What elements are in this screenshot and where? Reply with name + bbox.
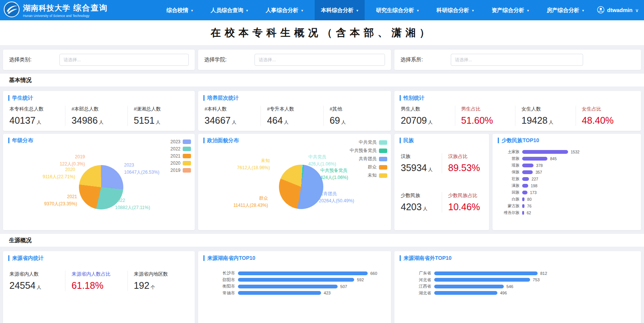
bar[interactable] [522,211,524,215]
bar[interactable] [522,157,547,161]
bar[interactable] [522,197,524,201]
university-name: 湖南科技大学 [23,3,70,13]
bar[interactable] [238,271,368,275]
stat-label: 男生人数 [401,106,455,112]
stat: 女生人数19428 人 [515,106,576,126]
bar[interactable] [522,150,568,154]
stat-value: 10.46% [448,202,484,212]
chevron-down-icon: ▼ [471,9,474,12]
card-title: 来源湖南省外TOP10 [400,255,636,261]
bar-value-label: 62 [527,211,531,215]
nav-item-housing-analysis[interactable]: 房产综合分析 ▼ [541,0,591,20]
grade-distribution-card: 年级分布 20232022202120202019 202310647人(26.… [3,134,195,230]
college-filter-card: 选择学院: 请选择... [198,50,391,70]
legend-item[interactable]: 2019 [170,168,191,173]
origin-row: 来源省内统计 来源省内人数24554 人来源省内人数占比61.18%来源省内地区… [3,251,641,323]
stat-value: 4203 人 [401,202,442,212]
bar[interactable] [434,285,504,288]
stat-label: 女生占比 [582,106,636,112]
legend-item[interactable]: 2022 [170,146,191,152]
bar[interactable] [238,291,321,295]
nav-item-research-analysis[interactable]: 科研综合分析 ▼ [430,0,480,20]
legend-item[interactable]: 群众 [368,164,387,170]
bar-category-label: 回族 [498,190,520,195]
stats-group: 来源省内人数24554 人来源省内人数占比61.18%来源省内地区数192 个 [8,271,189,291]
bar-category-label: 河北省 [400,277,431,283]
legend-item[interactable]: 未知 [368,172,387,179]
chevron-down-icon: ∨ [635,8,639,13]
pie-slice-label: 202210882人(27.11%) [115,197,150,211]
ethnic-stats-card: 民族 汉族35934 人汉族占比89.53%少数民族4203 人少数民族占比10… [394,134,489,230]
bar[interactable] [522,164,533,167]
bar[interactable] [434,278,530,282]
legend-chip-icon [379,173,387,178]
card-title: 年级分布 [8,138,189,143]
pie-slice-label: 20219370人(23.35%) [24,193,77,207]
bar[interactable] [238,278,354,282]
bar-value-label: 812 [540,271,547,276]
brand[interactable]: 湖南科技大学 综合查询 Hunan University of Science … [4,0,154,20]
bar[interactable] [238,285,338,288]
stat-label: #专升本人数 [267,106,323,112]
bar[interactable] [522,191,527,194]
bar-value-label: 753 [533,278,539,282]
bar[interactable] [522,177,529,181]
legend-item[interactable]: 2021 [170,153,191,159]
legend-chip-icon [183,168,191,173]
bar[interactable] [434,291,497,295]
stat-unit: 人 [548,120,553,125]
nav-item-label: 本科综合分析 [321,7,353,14]
card-title: 来源湖南省内TOP10 [203,255,386,261]
department-select[interactable]: 请选择... [451,54,583,66]
legend-item[interactable]: 中共党员 [359,139,387,146]
hunan-inside-bar-chart: 长沙市660邵阳市592衡阳市507常德市423 [203,270,386,296]
nav-item-undergraduate-analysis[interactable]: 本科综合分析 ▼ [315,0,365,20]
bar-row: 湖北省496 [400,290,636,297]
legend-label: 2021 [170,153,180,159]
stat-unit: 人 [155,120,160,125]
legend-chip-icon [379,157,387,161]
stat-label: 男生占比 [461,106,515,112]
card-title: 民族 [400,138,484,143]
legend-item[interactable]: 中共预备党员 [350,147,387,154]
legend-chip-icon [183,161,191,165]
legend-chip-icon [183,154,191,158]
category-select[interactable]: 请选择... [59,54,189,66]
legend-label: 未知 [368,172,377,179]
stat-unit: 人 [422,206,427,211]
user-menu[interactable]: dtwadmin ∨ [597,0,639,20]
legend-item[interactable]: 2020 [170,161,191,166]
select-placeholder: 请选择... [259,57,276,63]
stat: 来源省内人数占比61.18% [65,271,127,291]
legend-item[interactable]: 2023 [170,139,191,144]
bar-category-label: 江西省 [400,284,431,289]
stat-label: 来源省内人数 [9,271,65,278]
nav-item-assets-analysis[interactable]: 资产综合分析 ▼ [485,0,535,20]
stat-label: #本科人数 [205,106,261,112]
stat: 少数民族占比10.46% [442,192,484,212]
username: dtwadmin [607,7,633,13]
stat-label: 女生人数 [521,106,576,112]
stat-label: 本专科生总人数 [9,106,65,112]
politics-pie-chart[interactable] [279,165,323,209]
stat-unit: 人 [340,120,345,125]
legend-item[interactable]: 共青团员 [359,156,387,162]
nav-item-graduate-analysis[interactable]: 研究生综合分析 ▼ [370,0,425,20]
nav-item-personnel-query[interactable]: 人员综合查询 ▼ [205,0,255,20]
bar-value-label: 592 [357,278,364,282]
bar[interactable] [522,184,528,188]
college-select[interactable]: 请选择... [255,54,385,66]
bar[interactable] [522,204,524,208]
nav-item-label: 综合校情 [167,7,188,14]
bar-row: 蒙古族76 [498,203,636,209]
bar[interactable] [522,170,533,174]
bar[interactable] [434,271,538,275]
bar-category-label: 衡阳市 [203,284,235,289]
bar-category-label: 侗族 [498,170,520,175]
nav-item-hr-analysis[interactable]: 人事综合分析 ▼ [260,0,310,20]
chevron-down-icon: ▼ [582,9,585,12]
department-filter-card: 选择系所: 请选择... [394,50,641,70]
nav-item-school-overview[interactable]: 综合校情 ▼ [161,0,200,20]
stat-value: 40137 人 [9,115,65,126]
bar-value-label: 227 [532,177,538,181]
